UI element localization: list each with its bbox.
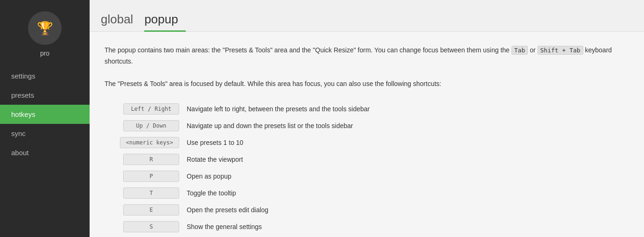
key-badge: Left / Right [123, 103, 179, 115]
user-label: pro [40, 50, 49, 57]
shortcut-row: Left / RightNavigate left to right, betw… [105, 101, 629, 117]
shortcut-key-container: E [105, 204, 179, 215]
shortcut-key-container: <numeric keys> [105, 137, 179, 148]
shift-tab-key-badge: Shift + Tab [538, 46, 583, 55]
shortcut-row: Up / DownNavigate up and down the preset… [105, 117, 629, 134]
shortcut-desc: Toggle the tooltip [187, 189, 236, 197]
content-area: The popup contains two main areas: the "… [90, 32, 644, 237]
shortcut-key-container: R [105, 154, 179, 165]
shortcuts-list: Left / RightNavigate left to right, betw… [105, 101, 629, 235]
sidebar-item-sync[interactable]: sync [0, 124, 90, 143]
avatar: 🏆 [28, 11, 62, 45]
trophy-icon: 🏆 [37, 21, 53, 36]
shortcut-row: POpen as popup [105, 168, 629, 185]
nav-list: settingspresetshotkeyssyncabout [0, 66, 90, 162]
shortcut-key-container: S [105, 221, 179, 232]
shortcut-key-container: P [105, 171, 179, 182]
description-line1: The popup contains two main areas: the "… [105, 45, 629, 67]
tab-bar: globalpopup [90, 0, 644, 32]
key-badge: S [123, 221, 179, 232]
desc-text-1: The popup contains two main areas: the "… [105, 46, 510, 54]
tab-global[interactable]: global [101, 12, 140, 32]
shortcut-row: TToggle the tooltip [105, 185, 629, 201]
key-badge: Up / Down [123, 120, 179, 131]
shortcut-desc: Use presets 1 to 10 [187, 139, 243, 146]
key-badge: T [123, 187, 179, 199]
key-badge: P [123, 171, 179, 182]
shortcut-row: SShow the general settings [105, 218, 629, 235]
shortcut-row: <numeric keys>Use presets 1 to 10 [105, 134, 629, 151]
main-content: globalpopup The popup contains two main … [90, 0, 644, 237]
key-badge: R [123, 154, 179, 165]
shortcut-key-container: T [105, 187, 179, 199]
shortcut-desc: Navigate left to right, between the pres… [187, 105, 370, 113]
sidebar: 🏆 pro settingspresetshotkeyssyncabout [0, 0, 90, 237]
shortcut-desc: Open the presets edit dialog [187, 206, 268, 214]
tab-popup[interactable]: popup [144, 12, 185, 32]
sidebar-item-presets[interactable]: presets [0, 86, 90, 105]
tab-key-badge: Tab [511, 46, 528, 55]
sidebar-item-hotkeys[interactable]: hotkeys [0, 105, 90, 124]
key-badge: E [123, 204, 179, 215]
shortcut-row: RRotate the viewport [105, 151, 629, 168]
shortcut-desc: Show the general settings [187, 223, 262, 230]
shortcut-row: EOpen the presets edit dialog [105, 201, 629, 218]
shortcut-desc: Rotate the viewport [187, 156, 243, 163]
shortcut-desc: Navigate up and down the presets list or… [187, 122, 353, 129]
desc-or: or [530, 46, 537, 54]
shortcut-key-container: Left / Right [105, 103, 179, 115]
shortcut-desc: Open as popup [187, 172, 231, 180]
description-line2: The "Presets & Tools" area is focused by… [105, 79, 629, 90]
sidebar-item-about[interactable]: about [0, 143, 90, 162]
key-badge: <numeric keys> [120, 137, 179, 148]
sidebar-item-settings[interactable]: settings [0, 66, 90, 86]
shortcut-key-container: Up / Down [105, 120, 179, 131]
